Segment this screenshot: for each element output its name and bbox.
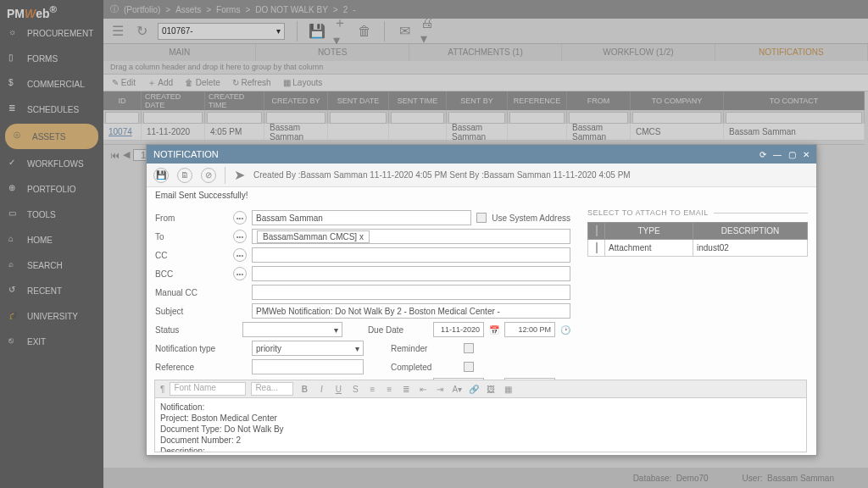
- reminder-checkbox[interactable]: [464, 343, 474, 353]
- attach-table: TYPE DESCRIPTION Attachmentindust02: [587, 222, 808, 257]
- to-more[interactable]: •••: [233, 230, 247, 243]
- minimize-icon[interactable]: ―: [773, 150, 782, 159]
- indent-icon[interactable]: ⇥: [434, 385, 446, 394]
- strike-icon[interactable]: S: [349, 385, 361, 394]
- cc-input[interactable]: [252, 247, 570, 263]
- list-icon[interactable]: ≣: [400, 385, 412, 394]
- new-button[interactable]: 🗎: [177, 168, 192, 183]
- rte-body[interactable]: Notification: Project: Boston Medical Ce…: [154, 398, 807, 452]
- due-date[interactable]: [433, 322, 484, 337]
- ntype-select[interactable]: priority▾: [252, 341, 364, 356]
- image-icon[interactable]: 🖼: [485, 385, 497, 394]
- attach-row-checkbox[interactable]: [596, 242, 598, 253]
- due-time[interactable]: [504, 322, 555, 337]
- dialog-meta: Created By :Bassam Samman 11-11-2020 4:0…: [253, 170, 631, 180]
- save-button[interactable]: 💾: [153, 168, 169, 183]
- completed-checkbox[interactable]: [464, 362, 474, 372]
- subject-input[interactable]: PMWeb Notification: Do Not Walk By 2 - B…: [252, 303, 570, 319]
- rte-para-icon[interactable]: ¶: [160, 385, 164, 394]
- link-icon[interactable]: 🔗: [468, 385, 480, 394]
- to-input[interactable]: BassamSamman CMCS] x: [252, 229, 570, 244]
- maximize-icon[interactable]: ▢: [788, 150, 796, 159]
- from-input[interactable]: Bassam Samman: [252, 210, 471, 225]
- dialog-titlebar[interactable]: NOTIFICATION ⟳ ― ▢ ✕: [147, 145, 816, 164]
- cancel-button[interactable]: ⊘: [201, 168, 216, 183]
- refresh-icon[interactable]: ⟳: [760, 150, 766, 159]
- color-icon[interactable]: A▾: [451, 385, 463, 394]
- attach-all-checkbox[interactable]: [596, 225, 598, 236]
- attach-row[interactable]: Attachmentindust02: [588, 240, 808, 257]
- reference-input[interactable]: [252, 359, 364, 374]
- table-icon[interactable]: ▦: [502, 385, 514, 394]
- attach-col-desc[interactable]: DESCRIPTION: [693, 223, 808, 240]
- italic-icon[interactable]: I: [315, 385, 327, 394]
- dialog-toolbar: 💾 🗎 ⊘ ➤ Created By :Bassam Samman 11-11-…: [147, 164, 816, 187]
- usesys-checkbox[interactable]: [476, 213, 487, 223]
- align-center-icon[interactable]: ≡: [383, 385, 395, 394]
- from-more[interactable]: •••: [233, 211, 247, 225]
- cc-more[interactable]: •••: [233, 248, 247, 262]
- manualcc-input[interactable]: [252, 285, 570, 300]
- status-select[interactable]: ▾: [242, 322, 342, 337]
- rte-font[interactable]: Font Name: [170, 382, 246, 396]
- rte-size[interactable]: Rea...: [251, 382, 293, 396]
- rte-toolbar: ¶ Font Name Rea... B I U S ≡ ≡ ≣ ⇤ ⇥ A▾ …: [154, 380, 807, 398]
- attach-col-type[interactable]: TYPE: [605, 223, 693, 240]
- outdent-icon[interactable]: ⇤: [417, 385, 429, 394]
- bcc-input[interactable]: [252, 266, 570, 281]
- calendar-icon[interactable]: 📅: [489, 325, 499, 335]
- align-left-icon[interactable]: ≡: [366, 385, 378, 394]
- close-icon[interactable]: ✕: [803, 150, 810, 159]
- bold-icon[interactable]: B: [298, 385, 310, 394]
- send-button[interactable]: ➤: [234, 167, 245, 183]
- dialog-title: NOTIFICATION: [153, 149, 219, 159]
- underline-icon[interactable]: U: [332, 385, 344, 394]
- success-message: Email Sent Successfully!: [147, 187, 816, 203]
- bcc-more[interactable]: •••: [233, 267, 247, 280]
- clock-icon[interactable]: 🕑: [560, 325, 570, 335]
